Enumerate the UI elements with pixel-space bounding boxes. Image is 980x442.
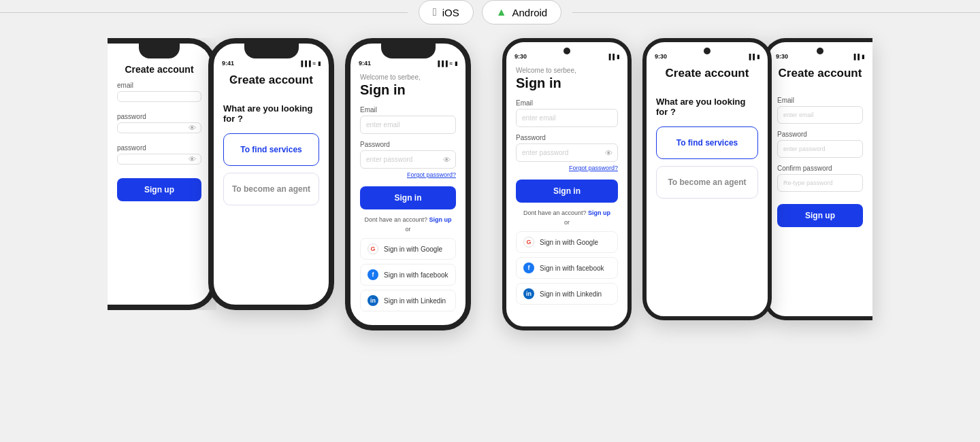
android3-email-input[interactable]: enter email xyxy=(777,106,863,124)
android1-google-label: Sign in with Google xyxy=(540,239,598,246)
android1-google-btn[interactable]: G Sign in with Google xyxy=(516,231,618,253)
ios-phone-3: 9:41 ▐▐▐ ≈ ▮ Welcome to serbee, Sign in … xyxy=(345,38,471,330)
android2-title-row: ‹ Create account xyxy=(656,67,758,87)
ios1-pass2-row: 👁 xyxy=(117,154,201,165)
ios1-email-label: email xyxy=(117,82,201,89)
android1-email-label: Email xyxy=(516,99,618,107)
signal-icon-a1: ▐▐ xyxy=(607,54,615,60)
android1-signup-link[interactable]: Sign up xyxy=(588,209,610,216)
battery-icon-a3: ▮ xyxy=(862,54,864,60)
android1-linkedin-btn[interactable]: in Sign in with Linkedin xyxy=(516,283,618,305)
battery-icon-a2: ▮ xyxy=(757,54,760,60)
ios3-welcome: Welcome to serbee, xyxy=(360,73,456,81)
eye-icon-2: 👁 xyxy=(189,155,196,163)
ios1-content: Create account email password 👁 password… xyxy=(108,58,211,214)
android-camera-1 xyxy=(564,48,570,54)
ios3-pass-input[interactable]: enter password xyxy=(360,150,456,169)
eye-icon-3: 👁 xyxy=(443,156,451,164)
battery-icon-3: ▮ xyxy=(455,61,457,67)
apple-icon:  xyxy=(433,6,437,18)
android3-time: 9:30 xyxy=(776,53,788,60)
ios-phone-1: Create account email password 👁 password… xyxy=(108,38,216,310)
google-icon-3: G xyxy=(368,243,378,254)
android1-signin-title: Sign in xyxy=(516,75,618,91)
android2-title: Create account xyxy=(666,67,749,80)
signal-icon-a3: ▐▐ xyxy=(852,54,860,60)
ios2-content: ‹ Create account What are you looking fo… xyxy=(214,68,329,218)
android3-confirmpass-input[interactable]: Re-type password xyxy=(777,174,863,192)
android3-title: Create account xyxy=(779,67,862,80)
ios3-linkedin-label: Sign in with Linkedin xyxy=(384,297,446,305)
signal-icon-3: ▐▐▐ xyxy=(436,61,448,67)
tab-ios[interactable]:  iOS xyxy=(419,0,474,24)
ios1-pass-row: 👁 xyxy=(117,122,201,133)
android1-signup-prompt: Dont have an account? Sign up xyxy=(516,209,618,216)
ios3-content: Welcome to serbee, Sign in Email enter e… xyxy=(350,68,466,321)
ios1-pass-label: password xyxy=(117,113,201,120)
android3-status-icons: ▐▐ ▮ xyxy=(852,54,864,60)
android1-pass-label: Password xyxy=(516,134,618,141)
android1-welcome: Welcome to serbee, xyxy=(516,67,618,74)
ios3-facebook-label: Sign in with facebook xyxy=(384,271,448,279)
android2-question: What are you looking for ? xyxy=(656,97,758,117)
battery-icon: ▮ xyxy=(318,61,321,67)
ios2-option-agent[interactable]: To become an agent xyxy=(223,173,319,205)
ios-notch-3 xyxy=(381,44,436,58)
android1-signin-btn[interactable]: Sign in xyxy=(516,180,618,203)
android3-pass-label: Password xyxy=(777,131,863,138)
android1-linkedin-label: Sign in with Linkedin xyxy=(540,290,602,298)
ios3-or: or xyxy=(360,226,456,233)
tab-android[interactable]: ▲ Android xyxy=(482,0,562,24)
ios2-title: Create account xyxy=(229,73,313,87)
android1-status-icons: ▐▐ ▮ xyxy=(607,54,619,60)
ios1-email-input[interactable] xyxy=(117,91,201,102)
signal-icon-a2: ▐▐ xyxy=(747,54,755,60)
eye-icon-a1: 👁 xyxy=(605,149,612,157)
ios2-title-row: ‹ Create account xyxy=(223,73,319,94)
android-camera-3 xyxy=(817,48,823,54)
ios3-email-input[interactable]: enter email xyxy=(360,116,456,134)
ios2-option-services[interactable]: To find services xyxy=(223,133,319,166)
android3-pass-input[interactable]: enter password xyxy=(777,140,863,158)
ios3-signin-title: Sign in xyxy=(360,82,456,98)
ios-notch-1 xyxy=(139,44,180,58)
ios3-pass-row: enter password 👁 xyxy=(360,150,456,169)
android3-back-arrow[interactable]: ‹ xyxy=(787,67,790,79)
android3-signup-btn[interactable]: Sign up xyxy=(777,204,863,227)
battery-icon-a1: ▮ xyxy=(617,54,619,60)
phones-row: Create account email password 👁 password… xyxy=(0,38,980,330)
android1-facebook-label: Sign in with facebook xyxy=(540,265,604,272)
ios2-question: What are you looking for ? xyxy=(223,103,319,124)
android2-back-arrow[interactable]: ‹ xyxy=(666,67,669,79)
android1-email-input[interactable]: enter email xyxy=(516,109,618,127)
ios3-forgot[interactable]: Forgot password? xyxy=(360,171,456,178)
android1-facebook-btn[interactable]: f Sign in with facebook xyxy=(516,257,618,279)
ios3-email-label: Email xyxy=(360,106,456,114)
ios3-time: 9:41 xyxy=(359,60,371,67)
ios3-facebook-btn[interactable]: f Sign in with facebook xyxy=(360,264,456,286)
ios3-pass-label: Password xyxy=(360,141,456,148)
android2-time: 9:30 xyxy=(655,53,667,60)
android2-option-agent[interactable]: To become an agent xyxy=(656,166,758,199)
android-icon: ▲ xyxy=(496,6,507,18)
ios2-back-arrow[interactable]: ‹ xyxy=(233,73,236,86)
android3-email-label: Email xyxy=(777,97,863,104)
ios1-signup-btn[interactable]: Sign up xyxy=(117,178,201,201)
ios3-signup-link[interactable]: Sign up xyxy=(429,216,452,223)
wifi-icon-3: ≈ xyxy=(450,61,453,67)
facebook-icon-a1: f xyxy=(523,262,534,273)
android1-or: or xyxy=(516,219,618,226)
android1-pass-input[interactable]: enter password xyxy=(516,143,618,162)
ios3-status: 9:41 ▐▐▐ ≈ ▮ xyxy=(350,58,466,68)
ios3-google-btn[interactable]: G Sign in with Google xyxy=(360,238,456,260)
ios2-status-icons: ▐▐▐ ≈ ▮ xyxy=(299,61,321,67)
android2-option-services[interactable]: To find services xyxy=(656,126,758,159)
android1-forgot[interactable]: Forgot password? xyxy=(516,165,618,171)
android1-content: Welcome to serbee, Sign in Email enter e… xyxy=(506,61,627,314)
android-phone-2: 9:30 ▐▐ ▮ ‹ Create account What are you … xyxy=(642,38,772,320)
facebook-icon-3: f xyxy=(368,269,378,280)
google-icon-a1: G xyxy=(523,237,534,248)
ios-phone-2: 9:41 ▐▐▐ ≈ ▮ ‹ Create account What are y… xyxy=(208,38,334,310)
ios3-signin-btn[interactable]: Sign in xyxy=(360,186,456,209)
ios3-linkedin-btn[interactable]: in Sign in with Linkedin xyxy=(360,290,456,311)
